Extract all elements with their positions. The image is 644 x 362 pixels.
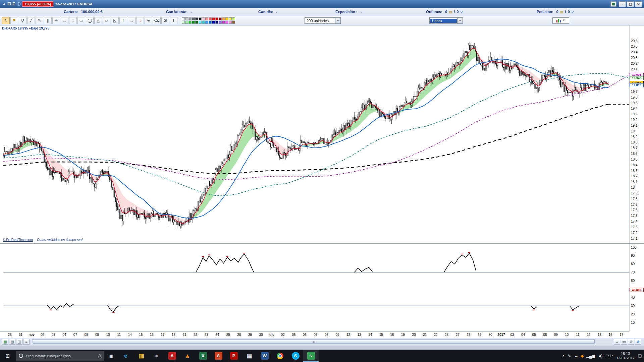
color-swatch[interactable] [215,21,218,24]
minimize-button[interactable]: – [619,1,626,7]
color-swatch[interactable] [219,17,222,20]
color-swatch[interactable] [229,17,232,20]
chart-type-dropdown[interactable]: ▼ [552,17,569,24]
sell-arrow-tool[interactable]: ↓ [136,17,144,24]
crosshair-tool[interactable]: ✛ [52,17,60,24]
delete-all-tool[interactable]: ⊠ [161,17,169,24]
taskbar-app-notes[interactable]: ▦ [241,350,257,362]
rectangle-tool[interactable]: ▭ [77,17,85,24]
orders-page-icon[interactable]: ▤ [449,10,452,14]
color-swatch[interactable] [199,17,202,20]
color-swatch[interactable] [222,17,225,20]
pencil-tool[interactable]: ✎ [36,17,43,24]
triangle-tool[interactable]: △ [94,17,102,24]
ellipse-tool[interactable]: ◯ [86,17,94,24]
fullscreen-icon[interactable]: ▭ [621,339,627,345]
info-icon[interactable]: ⓘ [17,2,20,7]
taskbar-app-word[interactable]: W [257,350,272,362]
taskbar-app-edge[interactable]: e [118,350,133,362]
text-tool[interactable]: T [170,17,177,24]
main-chart-canvas[interactable]: 20,620,520,420,320,220,119,719,619,519,4… [0,25,644,243]
language-indicator[interactable]: ESP [605,354,613,358]
eraser-tool[interactable]: ⌫ [153,17,161,24]
parallel-lines-tool[interactable]: ∥ [44,17,52,24]
volume-icon[interactable]: ◄) [597,354,602,358]
microphone-icon[interactable] [99,354,101,357]
position-page-icon[interactable]: ▤ [560,10,563,14]
color-swatch[interactable] [229,21,232,24]
color-swatch[interactable] [209,21,212,24]
color-swatch[interactable] [185,17,188,20]
vertical-line-tool[interactable]: ↕ [69,17,77,24]
taskbar-app-app-red8[interactable]: 8 [211,350,226,362]
pan-icon[interactable]: ↔ [614,339,620,345]
copyright-link[interactable]: © ProRealTime.com [3,238,33,242]
color-swatch[interactable] [182,17,185,20]
buy-arrow-tool[interactable]: ↑ [119,17,127,24]
color-swatch[interactable] [225,17,228,20]
indicator-canvas[interactable]: 1009080706040302010 [0,243,644,331]
zigzag-tool[interactable]: ∿ [145,17,152,24]
color-swatch[interactable] [195,17,198,20]
taskbar-app-adobe-reader[interactable]: A [164,350,180,362]
onedrive-icon[interactable]: ☁ [574,354,578,358]
close-button[interactable]: ✕ [635,1,642,7]
save-layout-icon[interactable]: ◫ [16,339,22,345]
zoom-in-icon[interactable]: ⊕ [635,339,641,345]
taskbar-app-media-player[interactable]: ● [149,350,164,362]
color-swatch[interactable] [212,17,215,20]
color-swatch[interactable] [195,21,198,24]
taskbar-app-excel[interactable]: X [195,350,211,362]
list-icon[interactable]: ≡ [23,339,30,345]
position-search-icon[interactable]: ⚲ [572,10,574,14]
color-swatch[interactable] [212,21,215,24]
cursor-tool[interactable]: ↖ [2,17,10,24]
zoom-out-icon[interactable]: ⊖ [628,339,634,345]
taskbar-app-vlc[interactable]: ▲ [180,350,195,362]
color-swatch[interactable] [199,21,202,24]
taskbar-app-file-explorer[interactable]: ▥ [133,350,149,362]
color-swatch[interactable] [205,21,208,24]
channel-tool[interactable]: ▱ [103,17,110,24]
color-swatch[interactable] [189,17,192,20]
chevron-down-icon[interactable]: ▼ [335,18,340,23]
spreadsheet-icon[interactable]: ▦ [610,1,616,7]
chart-page-icon[interactable]: ▦ [2,339,8,345]
speaker-icon[interactable]: ◄ [2,2,6,6]
color-swatch[interactable] [232,17,235,20]
taskbar-app-proreal-chart[interactable]: ∿ [303,350,319,362]
fan-tool[interactable]: ◺ [111,17,119,24]
horizontal-scrollbar[interactable]: ≡ [32,339,595,344]
horizontal-line-tool[interactable]: ↔ [61,17,68,24]
units-dropdown[interactable]: 200 unidades ▼ [305,17,341,24]
chevron-down-icon[interactable]: ▼ [457,18,463,23]
taskbar-clock[interactable]: 18:13 13/01/2017 [616,352,635,360]
color-swatch[interactable] [182,21,185,24]
color-swatch[interactable] [205,17,208,20]
color-swatch[interactable] [222,21,225,24]
start-button[interactable]: ⊞ [0,350,15,362]
tray-expand-icon[interactable]: ∧ [562,354,565,358]
print-icon[interactable]: ▤ [9,339,15,345]
taskbar-app-chrome[interactable] [272,350,288,362]
color-swatch[interactable] [209,17,212,20]
pen-icon[interactable]: ✎ [568,354,571,358]
color-swatch[interactable] [202,21,205,24]
taskbar-app-pdf-viewer[interactable]: P [226,350,241,362]
network-icon[interactable]: ▂▄▆ [586,354,594,358]
orders-search-icon[interactable]: ⚲ [460,10,463,14]
color-swatch[interactable] [232,21,235,24]
alarm-tool[interactable]: ⚑ [10,17,18,24]
color-swatch[interactable] [202,17,205,20]
timeframe-dropdown[interactable]: 1 hora ▼ [429,17,463,24]
color-swatch[interactable] [192,21,195,24]
maximize-button[interactable]: ▢ [627,1,634,7]
line-tool[interactable]: ╱ [27,17,35,24]
zoom-tool[interactable]: ⚲ [19,17,26,24]
move-arrow-tool[interactable]: → [128,17,136,24]
scrollbar-thumb[interactable]: ≡ [33,340,595,344]
color-swatch[interactable] [225,21,228,24]
color-swatch[interactable] [192,17,195,20]
antivirus-icon[interactable]: ◆ [581,354,583,358]
color-swatch[interactable] [189,21,192,24]
